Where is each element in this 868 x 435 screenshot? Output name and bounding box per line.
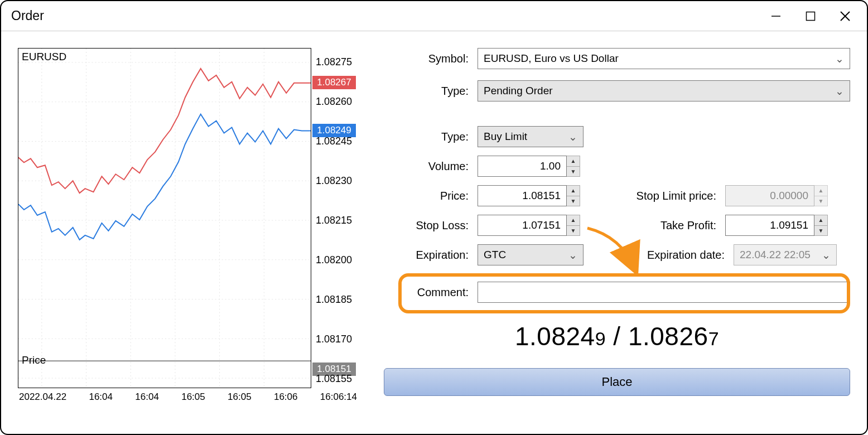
window-title: Order [11,8,44,23]
x-tick: 16:06:14 [320,392,357,403]
chart-grid [18,49,311,388]
step-up-icon: ▲ [814,186,827,196]
chart-x-axis: 2022.04.22 16:04 16:04 16:05 16:05 16:06… [18,388,358,403]
chart-svg [18,49,311,388]
comment-row: Comment: [384,282,850,303]
order-type-value: Buy Limit [484,130,527,143]
chevron-down-icon: ⌄ [835,85,844,98]
x-tick: 16:06 [274,392,298,403]
takeprofit-stepper[interactable]: ▲▼ [814,215,828,236]
symbol-label: Symbol: [384,52,478,65]
y-tick: 1.08200 [316,254,352,266]
order-type-select[interactable]: Buy Limit ⌄ [478,126,584,147]
expiration-value: GTC [484,249,506,261]
step-up-icon[interactable]: ▲ [567,156,580,167]
symbol-row: Symbol: EURUSD, Euro vs US Dollar ⌄ [384,48,850,69]
x-tick: 16:05 [228,392,252,403]
y-tick: 1.08230 [316,175,352,187]
y-tick: 1.08260 [316,96,352,108]
y-tick: 1.08215 [316,215,352,226]
order-form: Symbol: EURUSD, Euro vs US Dollar ⌄ Type… [384,48,850,417]
stoploss-input[interactable]: 1.07151 [478,215,567,236]
comment-input[interactable] [478,282,850,303]
price-label: Price: [384,190,478,202]
price-input[interactable]: 1.08151 [478,185,567,206]
step-down-icon[interactable]: ▼ [567,167,580,177]
x-tick: 2022.04.22 [19,392,66,403]
chevron-down-icon: ⌄ [835,52,844,65]
expdate-label: Expiration date: [584,249,734,262]
chart-series-bid [18,114,311,240]
minimize-button[interactable] [759,1,793,31]
exec-type-select[interactable]: Pending Order ⌄ [478,80,850,102]
step-down-icon: ▼ [814,196,827,206]
y-tick: 1.08185 [316,294,352,306]
ask-price-tag: 1.08267 [312,76,356,89]
step-up-icon[interactable]: ▲ [814,215,827,226]
close-button[interactable] [828,1,862,31]
close-icon [838,9,852,23]
chart-panel: EURUSD [18,48,358,417]
step-up-icon[interactable]: ▲ [567,186,580,196]
stoplimit-input: 0.00000 [725,185,814,206]
minimize-icon [770,10,782,22]
step-down-icon[interactable]: ▼ [814,226,827,236]
expiration-label: Expiration: [384,249,478,262]
stoploss-label: Stop Loss: [384,219,478,232]
chart-plot-area[interactable]: EURUSD [18,48,311,388]
ask-main: 1.0826 [628,322,708,351]
price-section-label: Price [22,354,46,366]
svg-rect-1 [807,12,815,20]
symbol-value: EURUSD, Euro vs US Dollar [484,52,619,65]
expdate-value: 22.04.22 22:05 [740,249,811,261]
volume-label: Volume: [384,160,478,173]
order-dialog: Order EURUSD [0,0,868,435]
quote-separator: / [606,322,628,351]
titlebar: Order [1,1,867,31]
price-stepper[interactable]: ▲▼ [567,185,580,206]
chart-y-axis: 1.08275 1.08267 1.08260 1.08249 1.08245 … [311,48,358,388]
expiration-row: Expiration: GTC ⌄ Expiration date: 22.04… [384,244,850,265]
chevron-down-icon: ⌄ [822,249,831,262]
maximize-icon [805,11,816,22]
order-type-label: Type: [384,130,478,143]
y-tick: 1.08170 [316,334,352,345]
chevron-down-icon: ⌄ [568,130,577,143]
x-tick: 16:04 [135,392,159,403]
x-tick: 16:05 [181,392,205,403]
y-tick: 1.08245 [316,136,352,147]
sl-tp-row: Stop Loss: 1.07151 ▲▼ Take Profit: 1.091… [384,215,850,236]
bid-main: 1.0824 [515,322,595,351]
step-down-icon[interactable]: ▼ [567,226,580,236]
maximize-button[interactable] [793,1,828,31]
volume-input[interactable]: 1.00 [478,156,567,177]
takeprofit-label: Take Profit: [580,219,725,232]
step-down-icon[interactable]: ▼ [567,196,580,206]
bid-sub: 9 [595,328,606,349]
comment-label: Comment: [384,286,478,299]
ask-sub: 7 [708,328,719,349]
order-type-row: Type: Buy Limit ⌄ [384,126,850,147]
place-button[interactable]: Place [384,368,850,396]
volume-stepper[interactable]: ▲▼ [567,156,580,177]
volume-row: Volume: 1.00 ▲▼ [384,156,850,177]
chart-series-ask [18,69,311,193]
gap [384,113,850,126]
takeprofit-input[interactable]: 1.09151 [725,215,814,236]
y-tick: 1.08155 [316,373,352,385]
expdate-select: 22.04.22 22:05 ⌄ [734,244,837,265]
step-up-icon[interactable]: ▲ [567,215,580,226]
exec-type-value: Pending Order [484,85,553,97]
chart-box: EURUSD [18,48,358,388]
y-tick: 1.08275 [316,56,352,68]
price-row: Price: 1.08151 ▲▼ Stop Limit price: 0.00… [384,185,850,206]
chevron-down-icon: ⌄ [568,249,577,262]
chart-symbol-label: EURUSD [22,51,66,63]
stoploss-stepper[interactable]: ▲▼ [567,215,580,236]
bid-ask-quote: 1.08249 / 1.08267 [384,321,850,351]
stoplimit-label: Stop Limit price: [580,190,725,202]
symbol-select[interactable]: EURUSD, Euro vs US Dollar ⌄ [478,48,850,69]
x-tick: 16:04 [89,392,113,403]
expiration-select[interactable]: GTC ⌄ [478,244,584,265]
place-button-label: Place [601,375,632,389]
